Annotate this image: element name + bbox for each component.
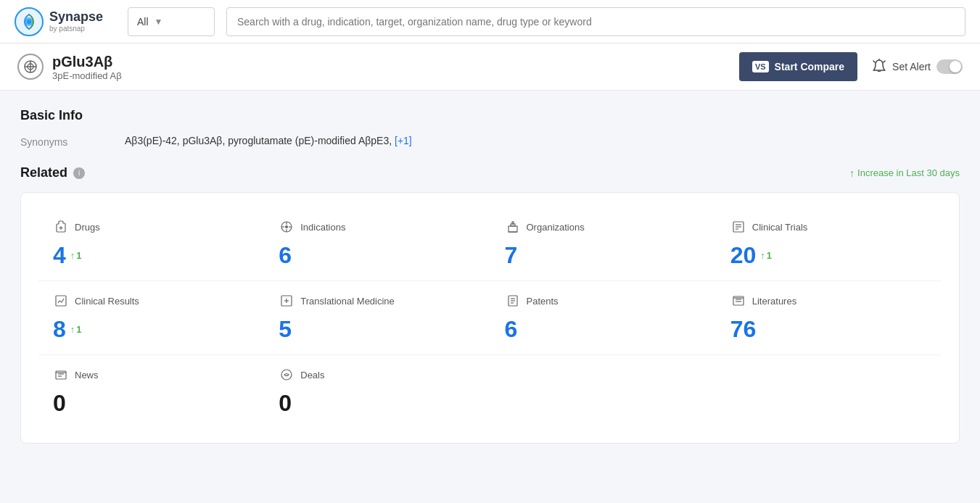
literatures-icon — [730, 293, 746, 309]
indications-icon — [279, 219, 295, 235]
clinical-trials-label: Clinical Trials — [752, 222, 808, 233]
news-value: 0 — [53, 390, 250, 417]
card-clinical-trials[interactable]: Clinical Trials 20 ↑ 1 — [716, 207, 942, 280]
card-news[interactable]: News 0 — [38, 355, 264, 428]
drug-actions: VS Start Compare Set Alert — [739, 52, 963, 81]
news-label: News — [75, 370, 99, 381]
related-row-1: Clinical Results 8 ↑ 1 — [38, 281, 942, 355]
drugs-value: 4 ↑ 1 — [53, 242, 250, 269]
basic-info-title: Basic Info — [20, 108, 960, 123]
vs-badge: VS — [752, 61, 769, 72]
literatures-value: 76 — [730, 316, 927, 343]
related-card: Drugs 4 ↑ 1 — [20, 192, 960, 444]
drugs-label: Drugs — [75, 222, 100, 233]
organizations-label: Organizations — [527, 222, 585, 233]
empty-cell-2 — [716, 355, 942, 428]
clinical-results-up-arrow-icon: ↑ — [70, 324, 75, 335]
svg-rect-23 — [56, 296, 66, 306]
deals-value: 0 — [279, 390, 475, 417]
start-compare-button[interactable]: VS Start Compare — [739, 52, 857, 81]
chevron-down-icon: ▼ — [155, 17, 163, 27]
patents-value: 6 — [505, 316, 701, 343]
increase-label-text: Increase in Last 30 days — [857, 167, 960, 178]
synonyms-row: Synonyms Aβ3(pE)-42, pGlu3Aβ, pyroglutam… — [20, 135, 960, 148]
compare-button-label: Start Compare — [775, 61, 844, 72]
drugs-icon — [53, 219, 69, 235]
logo-sub: by patsnap — [49, 25, 103, 33]
literatures-label: Literatures — [752, 296, 796, 307]
news-icon — [53, 367, 69, 383]
card-organizations[interactable]: Organizations 7 — [490, 207, 716, 280]
clinical-trials-up-arrow-icon: ↑ — [760, 250, 765, 261]
synonyms-label: Synonyms — [20, 135, 107, 148]
search-type-dropdown[interactable]: All ▼ — [128, 7, 215, 36]
alert-icon — [872, 59, 886, 75]
clinical-trials-icon — [730, 219, 746, 235]
related-info-badge[interactable]: i — [73, 167, 85, 179]
clinical-results-increment: ↑ 1 — [70, 324, 82, 335]
svg-rect-15 — [508, 226, 517, 232]
drug-target-icon — [17, 54, 44, 80]
drug-subtitle: 3pE-modified Aβ — [52, 70, 730, 81]
patents-icon — [505, 293, 521, 309]
set-alert-button[interactable]: Set Alert — [872, 59, 963, 75]
related-title: Related — [20, 165, 67, 180]
svg-point-39 — [281, 370, 292, 380]
related-title-area: Related i — [20, 165, 85, 180]
related-row-2: News 0 Deals 0 — [38, 355, 942, 428]
card-drugs[interactable]: Drugs 4 ↑ 1 — [38, 207, 264, 280]
clinical-results-icon — [53, 293, 69, 309]
clinical-results-label: Clinical Results — [75, 296, 139, 307]
translational-medicine-icon — [279, 293, 295, 309]
drug-title-area: pGlu3Aβ 3pE-modified Aβ — [52, 53, 730, 81]
drugs-up-arrow-icon: ↑ — [70, 250, 75, 261]
card-translational-medicine[interactable]: Translational Medicine 5 — [264, 281, 490, 354]
drugs-increment: ↑ 1 — [70, 250, 82, 261]
svg-point-10 — [285, 225, 288, 228]
svg-point-2 — [27, 20, 31, 24]
clinical-results-value: 8 ↑ 1 — [53, 316, 250, 343]
drug-name: pGlu3Aβ — [52, 53, 730, 70]
basic-info-section: Basic Info Synonyms Aβ3(pE)-42, pGlu3Aβ,… — [20, 108, 960, 148]
translational-medicine-value: 5 — [279, 316, 475, 343]
card-patents[interactable]: Patents 6 — [490, 281, 716, 354]
translational-medicine-label: Translational Medicine — [300, 296, 395, 307]
card-clinical-results[interactable]: Clinical Results 8 ↑ 1 — [38, 281, 264, 354]
deals-icon — [279, 367, 295, 383]
drug-header: pGlu3Aβ 3pE-modified Aβ VS Start Compare… — [0, 43, 980, 91]
increase-label: ↑ Increase in Last 30 days — [849, 167, 960, 179]
alert-toggle[interactable] — [936, 59, 963, 74]
navbar: Synapse by patsnap All ▼ — [0, 0, 980, 43]
synonyms-value: Aβ3(pE)-42, pGlu3Aβ, pyroglutamate (pE)-… — [125, 135, 412, 146]
organizations-icon — [505, 219, 521, 235]
synapse-logo-icon — [15, 7, 44, 36]
deals-label: Deals — [300, 370, 324, 381]
card-indications[interactable]: Indications 6 — [264, 207, 490, 280]
logo-name: Synapse — [49, 10, 103, 25]
empty-cell-1 — [490, 355, 716, 428]
dropdown-selected-label: All — [137, 16, 149, 28]
clinical-trials-increment: ↑ 1 — [760, 250, 772, 261]
search-input[interactable] — [226, 7, 965, 36]
logo-text: Synapse by patsnap — [49, 10, 103, 33]
organizations-value: 7 — [505, 242, 701, 269]
indications-value: 6 — [279, 242, 475, 269]
related-header: Related i ↑ Increase in Last 30 days — [20, 165, 960, 180]
alert-label: Set Alert — [892, 61, 931, 72]
patents-label: Patents — [527, 296, 559, 307]
related-section: Related i ↑ Increase in Last 30 days Dru… — [20, 165, 960, 444]
main-content: Basic Info Synonyms Aβ3(pE)-42, pGlu3Aβ,… — [0, 91, 980, 503]
synonyms-more-link[interactable]: [+1] — [395, 135, 412, 146]
logo-area: Synapse by patsnap — [15, 7, 116, 36]
synonyms-text: Aβ3(pE)-42, pGlu3Aβ, pyroglutamate (pE)-… — [125, 135, 392, 146]
card-literatures[interactable]: Literatures 76 — [716, 281, 942, 354]
clinical-trials-value: 20 ↑ 1 — [730, 242, 927, 269]
indications-label: Indications — [300, 222, 345, 233]
card-deals[interactable]: Deals 0 — [264, 355, 490, 428]
svg-rect-17 — [512, 222, 514, 224]
related-row-0: Drugs 4 ↑ 1 — [38, 207, 942, 281]
increase-arrow-icon: ↑ — [849, 167, 855, 179]
